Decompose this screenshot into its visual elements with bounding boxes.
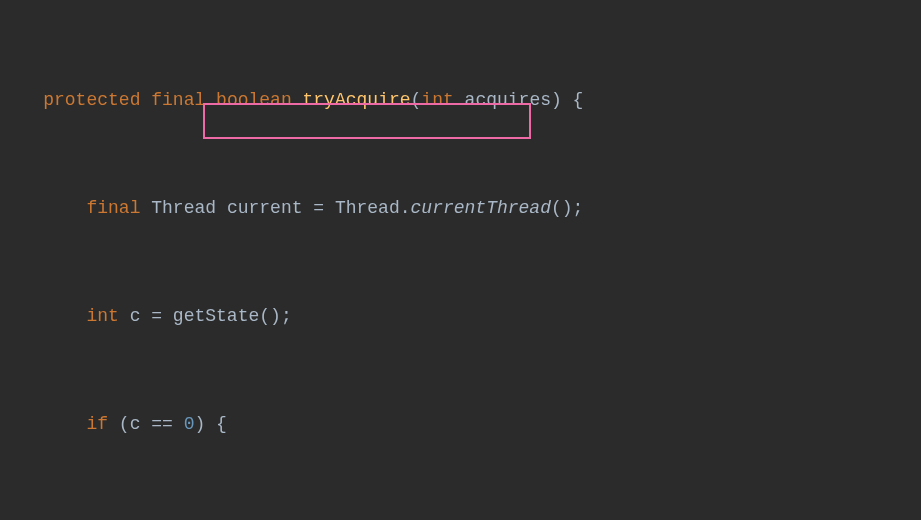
number: 0 xyxy=(184,414,195,434)
code-line[interactable]: protected final boolean tryAcquire(int a… xyxy=(0,87,921,114)
identifier: current xyxy=(227,198,303,218)
method-name: tryAcquire xyxy=(303,90,411,110)
type: Thread xyxy=(151,198,216,218)
keyword: int xyxy=(86,306,118,326)
identifier: acquires xyxy=(465,90,551,110)
code-line[interactable]: final Thread current = Thread.currentThr… xyxy=(0,195,921,222)
keyword: boolean xyxy=(216,90,292,110)
keyword: final xyxy=(151,90,205,110)
method-call: getState xyxy=(173,306,259,326)
keyword: final xyxy=(86,198,140,218)
code-editor[interactable]: protected final boolean tryAcquire(int a… xyxy=(0,0,921,520)
punct: ) { xyxy=(551,90,583,110)
punct: ( xyxy=(108,414,130,434)
identifier: Thread. xyxy=(335,198,411,218)
punct: == xyxy=(140,414,183,434)
identifier: c xyxy=(130,414,141,434)
punct: (); xyxy=(551,198,583,218)
static-call: currentThread xyxy=(411,198,551,218)
punct: ) { xyxy=(194,414,226,434)
keyword: if xyxy=(86,414,108,434)
punct: ( xyxy=(411,90,422,110)
punct: (); xyxy=(259,306,291,326)
punct: = xyxy=(303,198,335,218)
identifier: c xyxy=(130,306,141,326)
code-line[interactable]: int c = getState(); xyxy=(0,303,921,330)
keyword: int xyxy=(421,90,453,110)
punct: = xyxy=(140,306,172,326)
keyword: protected xyxy=(43,90,140,110)
code-line[interactable]: if (c == 0) { xyxy=(0,411,921,438)
